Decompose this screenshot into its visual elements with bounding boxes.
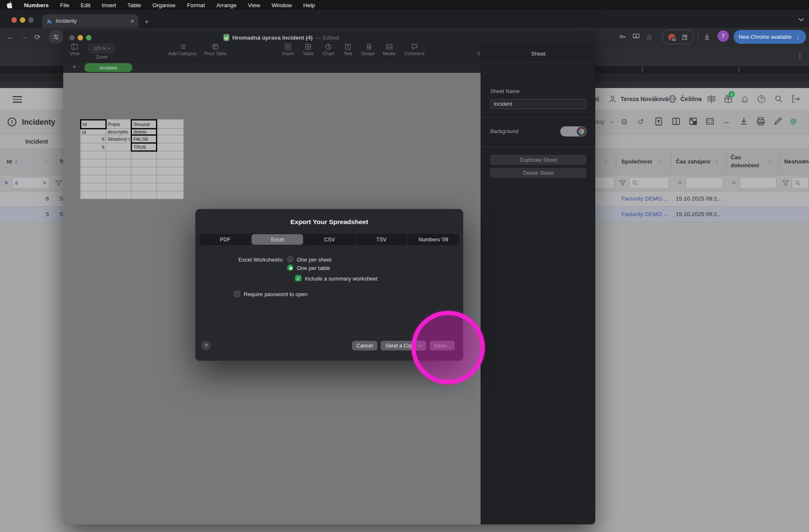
mini-cell[interactable]: id — [81, 129, 106, 135]
radio-one-per-table[interactable] — [287, 265, 293, 271]
mini-cell[interactable] — [81, 159, 106, 167]
mini-cell[interactable]: descriptio — [106, 129, 132, 135]
print-icon[interactable] — [756, 117, 766, 126]
mini-header-popis[interactable]: Popis — [106, 120, 132, 129]
install-icon[interactable] — [632, 33, 640, 40]
browser-tab[interactable]: Incidenty × — [42, 14, 138, 28]
notifications-bell-icon[interactable] — [740, 94, 750, 104]
extension-icon[interactable]: 55 — [668, 34, 675, 41]
mini-cell[interactable]: 5 — [81, 143, 106, 151]
mini-cell[interactable] — [157, 129, 184, 135]
summary-worksheet-label[interactable]: Include a summary worksheet — [305, 275, 378, 282]
password-checkbox[interactable] — [234, 291, 240, 297]
sheet-name-input[interactable] — [490, 99, 586, 109]
mini-cell[interactable]: Skladový i — [106, 135, 132, 143]
menu-file[interactable]: File — [60, 2, 70, 8]
user-name[interactable]: Tereza Nováková — [621, 96, 668, 102]
mini-cell[interactable] — [81, 183, 106, 191]
toolbar-table-button[interactable]: Table — [299, 43, 317, 56]
download-icon[interactable] — [739, 117, 748, 126]
globe-icon[interactable] — [668, 94, 677, 104]
tab-numbers09[interactable]: Numbers '09 — [408, 234, 459, 245]
mini-cell[interactable] — [157, 135, 184, 143]
tab-tsv[interactable]: TSV — [356, 234, 408, 245]
mini-cell[interactable] — [157, 120, 184, 129]
toolbar-shape-button[interactable]: Shape — [358, 43, 378, 56]
add-sheet-button[interactable]: + — [73, 63, 76, 70]
sum-icon[interactable]: Σ — [658, 158, 662, 165]
tab-csv[interactable]: CSV — [304, 234, 355, 245]
sum-icon[interactable]: Σ — [45, 158, 48, 165]
menu-organise[interactable]: Organise — [153, 2, 176, 8]
col-neshoda[interactable]: Neshodno — [784, 158, 809, 165]
tab-excel-selected[interactable]: Excel — [252, 234, 303, 245]
mini-header-smazat[interactable]: Smazat — [132, 120, 157, 129]
toolbar-media-button[interactable]: Media — [380, 43, 398, 56]
column-kebab-icon[interactable]: ⋮ — [52, 158, 57, 164]
tab-search-chevron-icon[interactable] — [798, 16, 804, 21]
toolbar-text-button[interactable]: Text — [340, 43, 356, 56]
tab-pdf[interactable]: PDF — [199, 234, 251, 245]
start-filter-box[interactable] — [685, 177, 723, 189]
tab-close-icon[interactable]: × — [131, 18, 134, 24]
numbers-close-button[interactable] — [69, 35, 75, 40]
mini-cell[interactable]: FALSE — [132, 135, 157, 143]
columns-icon[interactable] — [672, 117, 681, 126]
toolbar-view-button[interactable]: View — [67, 43, 83, 56]
menu-view[interactable]: View — [248, 2, 260, 8]
cancel-button[interactable]: Cancel — [352, 341, 377, 350]
color-wheel-icon[interactable] — [577, 127, 586, 136]
chrome-menu-kebab-icon[interactable]: ⋮ — [795, 34, 801, 40]
language-label[interactable]: Čeština — [680, 96, 702, 102]
zoom-control[interactable]: 125 %▾ — [89, 44, 115, 53]
sum-icon[interactable]: Σ — [768, 158, 771, 165]
user-icon[interactable] — [608, 94, 617, 104]
breadcrumb[interactable]: Incident — [25, 138, 48, 145]
background-toggle[interactable] — [560, 126, 586, 136]
mini-cell[interactable] — [81, 175, 106, 183]
toolbar-pivot-table-button[interactable]: Pivot Table — [202, 43, 229, 56]
undo-icon[interactable]: ↺ — [637, 117, 644, 126]
help-icon[interactable] — [757, 94, 766, 104]
chrome-update-button[interactable]: New Chrome available ⋮ — [734, 30, 806, 44]
end-filter-box[interactable] — [739, 177, 777, 189]
downloads-icon[interactable] — [703, 33, 711, 40]
cell-company-link[interactable]: Factorify DEMO ... — [621, 211, 668, 217]
toolbar-chart-button[interactable]: Chart — [320, 43, 337, 56]
forward-icon[interactable]: → — [21, 33, 28, 41]
toolbar-insert-button[interactable]: Insert — [279, 43, 297, 56]
col-dokonceni[interactable]: Čas — [731, 154, 741, 160]
neshoda-filter-box[interactable] — [792, 177, 809, 189]
layout-blocks-icon[interactable] — [688, 117, 698, 126]
puzzle-extensions-icon[interactable] — [680, 34, 688, 41]
page-kebab-icon[interactable]: ⋮ — [797, 52, 803, 60]
site-controls-icon[interactable] — [49, 30, 63, 44]
edit-pencil-icon[interactable] — [773, 117, 782, 126]
summary-worksheet-checkbox[interactable]: ✓ — [295, 275, 301, 281]
settings-gear-icon[interactable]: ⚙ — [621, 117, 628, 127]
column-kebab-icon[interactable]: ⋮ — [666, 158, 671, 164]
reload-icon[interactable]: ⟳ — [35, 33, 40, 42]
mini-cell[interactable] — [157, 143, 184, 151]
passwords-key-icon[interactable] — [619, 33, 626, 40]
column-kebab-icon[interactable]: ⋮ — [723, 158, 728, 164]
mini-header-id[interactable]: Id — [81, 120, 106, 129]
delete-sheet-button[interactable]: Delete Sheet — [490, 168, 586, 178]
radio-one-per-sheet[interactable] — [287, 256, 293, 262]
mini-spreadsheet-table[interactable]: Id Popis Smazat id descriptio delete 6 S… — [80, 119, 184, 199]
clear-filter-icon[interactable]: × — [43, 179, 46, 186]
search-icon[interactable] — [774, 94, 783, 104]
signpost-icon[interactable] — [707, 94, 716, 104]
sheet-tab-incident[interactable]: Incident — [84, 63, 132, 72]
menu-window[interactable]: Window — [271, 2, 292, 8]
password-label[interactable]: Require password to open — [244, 291, 308, 297]
funnel-icon[interactable] — [619, 179, 626, 187]
one-per-table-label[interactable]: One per table — [297, 265, 330, 271]
mini-cell[interactable]: delete — [132, 129, 157, 135]
col-id[interactable]: Id — [7, 158, 12, 165]
gift-icon[interactable]: 1 — [723, 94, 733, 104]
funnel-icon[interactable] — [55, 179, 62, 187]
help-button[interactable]: ? — [201, 341, 211, 350]
funnel-icon[interactable] — [782, 179, 789, 187]
mini-cell[interactable] — [81, 167, 106, 175]
